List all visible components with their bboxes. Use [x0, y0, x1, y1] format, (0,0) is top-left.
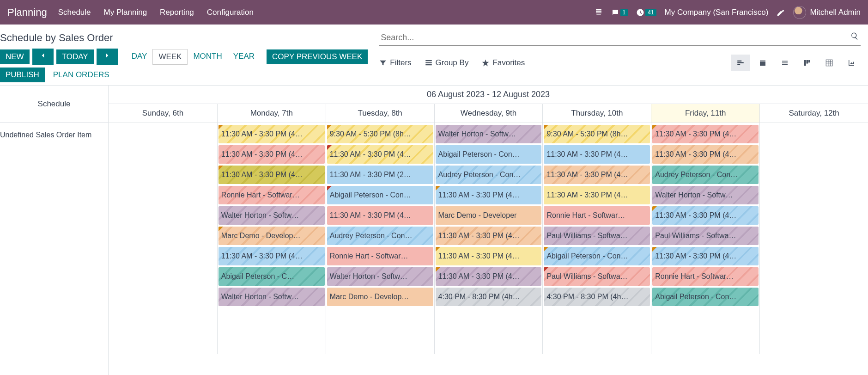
- shift-pill[interactable]: Audrey Peterson - Con…: [652, 166, 759, 184]
- shift-pill[interactable]: Abigail Peterson - Con…: [544, 247, 650, 265]
- shift-pill[interactable]: 11:30 AM - 3:30 PM (4…: [652, 206, 759, 225]
- shift-pill[interactable]: Paul Williams - Softwa…: [544, 267, 650, 286]
- activity-icon[interactable]: 41: [636, 8, 656, 17]
- shift-pill[interactable]: Walter Horton - Softw…: [652, 186, 759, 204]
- shift-pill[interactable]: 11:30 AM - 3:30 PM (4…: [436, 186, 542, 204]
- shift-pill[interactable]: Paul Williams - Softwa…: [652, 227, 759, 245]
- search-bar[interactable]: [379, 30, 861, 46]
- menu-my-planning[interactable]: My Planning: [104, 8, 147, 17]
- shift-pill[interactable]: 4:30 PM - 8:30 PM (4h…: [544, 288, 650, 306]
- shift-pill[interactable]: Walter Horton - Softw…: [219, 288, 325, 306]
- phone-icon[interactable]: [595, 8, 603, 17]
- prev-button[interactable]: [32, 49, 54, 65]
- shift-pill[interactable]: Marc Demo - Develop…: [327, 288, 433, 306]
- publish-button[interactable]: PUBLISH: [0, 68, 45, 82]
- shift-pill[interactable]: 11:30 AM - 3:30 PM (4…: [544, 166, 650, 184]
- shift-pill[interactable]: 4:30 PM - 8:30 PM (4h…: [436, 288, 542, 306]
- day-header[interactable]: Friday, 11th: [651, 104, 759, 123]
- day-header[interactable]: Saturday, 12th: [759, 104, 868, 123]
- shift-pill[interactable]: Ronnie Hart - Softwar…: [544, 206, 650, 225]
- shift-pill[interactable]: 11:30 AM - 3:30 PM (4…: [652, 125, 759, 143]
- copy-previous-week-button[interactable]: COPY PREVIOUS WEEK: [267, 49, 368, 64]
- view-calendar-icon[interactable]: [753, 55, 772, 71]
- day-header[interactable]: Tuesday, 8th: [326, 104, 434, 123]
- day-column[interactable]: 11:30 AM - 3:30 PM (4…11:30 AM - 3:30 PM…: [217, 123, 326, 354]
- day-column[interactable]: 9:30 AM - 5:30 PM (8h…11:30 AM - 3:30 PM…: [326, 123, 434, 354]
- search-icon[interactable]: [850, 32, 859, 42]
- shift-pill[interactable]: 11:30 AM - 3:30 PM (4…: [219, 125, 325, 143]
- view-kanban-icon[interactable]: [798, 55, 816, 71]
- shift-pill[interactable]: 11:30 AM - 3:30 PM (4…: [219, 145, 325, 164]
- app-brand[interactable]: Planning: [7, 6, 47, 18]
- shift-pill[interactable]: Ronnie Hart - Softwar…: [652, 267, 759, 286]
- messaging-icon[interactable]: 1: [611, 8, 628, 17]
- groupby-button[interactable]: Group By: [425, 58, 469, 68]
- shift-pill[interactable]: 9:30 AM - 5:30 PM (8h…: [544, 125, 650, 143]
- shift-pill[interactable]: Walter Horton - Softw…: [219, 206, 325, 225]
- gantt-right-pane[interactable]: 06 August 2023 - 12 August 2023 Sunday, …: [109, 86, 868, 375]
- shift-label: 11:30 AM - 3:30 PM (4…: [438, 252, 520, 260]
- view-list-icon[interactable]: [776, 55, 794, 71]
- shift-pill[interactable]: Marc Demo - Develop…: [219, 227, 325, 245]
- gantt-row-label[interactable]: Undefined Sales Order Item: [0, 123, 108, 143]
- new-button[interactable]: NEW: [0, 49, 30, 64]
- day-header[interactable]: Monday, 7th: [217, 104, 326, 123]
- day-header[interactable]: Thursday, 10th: [542, 104, 651, 123]
- tab-month[interactable]: MONTH: [188, 49, 227, 65]
- plan-orders-button[interactable]: PLAN ORDERS: [48, 68, 115, 82]
- menu-schedule[interactable]: Schedule: [58, 8, 91, 17]
- shift-pill[interactable]: 11:30 AM - 3:30 PM (4…: [327, 206, 433, 225]
- shift-pill[interactable]: 11:30 AM - 3:30 PM (4…: [436, 227, 542, 245]
- day-header[interactable]: Wednesday, 9th: [434, 104, 543, 123]
- shift-pill[interactable]: 11:30 AM - 3:30 PM (4…: [544, 186, 650, 204]
- shift-pill[interactable]: 11:30 AM - 3:30 PM (4…: [436, 247, 542, 265]
- shift-pill[interactable]: 11:30 AM - 3:30 PM (4…: [219, 247, 325, 265]
- menu-reporting[interactable]: Reporting: [160, 8, 194, 17]
- shift-label: 11:30 AM - 3:30 PM (4…: [221, 130, 303, 138]
- shift-pill[interactable]: 11:30 AM - 3:30 PM (2…: [327, 166, 433, 184]
- search-input[interactable]: [379, 30, 861, 45]
- shift-label: 11:30 AM - 3:30 PM (4…: [655, 130, 736, 138]
- gantt-body[interactable]: 11:30 AM - 3:30 PM (4…11:30 AM - 3:30 PM…: [109, 123, 868, 354]
- shift-pill[interactable]: Paul Williams - Softwa…: [544, 227, 650, 245]
- shift-pill[interactable]: 9:30 AM - 5:30 PM (8h…: [327, 125, 433, 143]
- shift-pill[interactable]: Ronnie Hart - Softwar…: [219, 186, 325, 204]
- today-button[interactable]: TODAY: [56, 49, 94, 64]
- shift-pill[interactable]: Walter Horton - Softw…: [436, 125, 542, 143]
- shift-pill[interactable]: 11:30 AM - 3:30 PM (4…: [436, 267, 542, 286]
- shift-pill[interactable]: 11:30 AM - 3:30 PM (4…: [544, 145, 650, 164]
- favorites-button[interactable]: Favorites: [481, 58, 525, 68]
- tab-week[interactable]: WEEK: [152, 49, 188, 65]
- shift-pill[interactable]: Abigail Peterson - C…: [219, 267, 325, 286]
- day-header[interactable]: Sunday, 6th: [109, 104, 217, 123]
- company-switcher[interactable]: My Company (San Francisco): [665, 8, 769, 17]
- filters-button[interactable]: Filters: [379, 58, 411, 68]
- shift-pill[interactable]: Abigail Peterson - Con…: [327, 186, 433, 204]
- shift-pill[interactable]: 11:30 AM - 3:30 PM (4…: [652, 145, 759, 164]
- view-gantt-icon[interactable]: [731, 55, 750, 71]
- shift-pill[interactable]: Abigail Peterson - Con…: [652, 288, 759, 306]
- shift-pill[interactable]: Abigail Peterson - Con…: [436, 145, 542, 164]
- shift-pill[interactable]: Audrey Peterson - Con…: [436, 166, 542, 184]
- shift-pill[interactable]: Audrey Peterson - Con…: [327, 227, 433, 245]
- day-column[interactable]: [109, 123, 217, 354]
- shift-pill[interactable]: 11:30 AM - 3:30 PM (4…: [652, 247, 759, 265]
- day-column[interactable]: 9:30 AM - 5:30 PM (8h…11:30 AM - 3:30 PM…: [542, 123, 651, 354]
- tab-year[interactable]: YEAR: [228, 49, 260, 65]
- menu-configuration[interactable]: Configuration: [207, 8, 254, 17]
- avatar: [793, 6, 806, 19]
- day-column[interactable]: [759, 123, 868, 354]
- shift-pill[interactable]: Marc Demo - Developer: [436, 206, 542, 225]
- shift-pill[interactable]: Walter Horton - Softw…: [327, 267, 433, 286]
- next-button[interactable]: [97, 49, 118, 65]
- user-menu[interactable]: Mitchell Admin: [793, 6, 861, 19]
- tab-day[interactable]: DAY: [126, 49, 153, 65]
- shift-pill[interactable]: 11:30 AM - 3:30 PM (4…: [327, 145, 433, 164]
- debug-icon[interactable]: [777, 8, 785, 17]
- day-column[interactable]: Walter Horton - Softw…Abigail Peterson -…: [434, 123, 543, 354]
- day-column[interactable]: 11:30 AM - 3:30 PM (4…11:30 AM - 3:30 PM…: [651, 123, 759, 354]
- shift-pill[interactable]: 11:30 AM - 3:30 PM (4…: [219, 166, 325, 184]
- view-pivot-icon[interactable]: [820, 55, 838, 71]
- shift-pill[interactable]: Ronnie Hart - Softwar…: [327, 247, 433, 265]
- view-graph-icon[interactable]: [842, 55, 861, 71]
